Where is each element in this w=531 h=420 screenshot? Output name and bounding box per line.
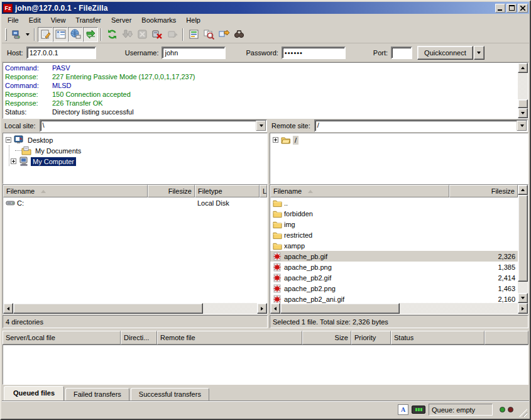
local-file-list: Filename Filesize Filetype L C: [3, 184, 268, 314]
scrollbar-thumb[interactable] [518, 195, 528, 282]
queue-column-remote-file[interactable]: Remote file [157, 331, 302, 345]
file-row[interactable]: xampp [270, 240, 518, 251]
file-row-c-drive[interactable]: C: Local Disk [3, 197, 267, 208]
toggle-message-log-button[interactable] [38, 27, 53, 42]
queue-column-server-local-file[interactable]: Server/Local file [3, 331, 121, 345]
host-label: Host: [7, 49, 23, 57]
quickconnect-dropdown[interactable] [474, 46, 484, 60]
scrollbar-thumb[interactable] [518, 99, 528, 108]
minimize-button[interactable] [495, 4, 505, 13]
log-vertical-scrollbar[interactable] [518, 63, 528, 118]
file-row[interactable]: forbidden [270, 208, 518, 219]
tree-item-desktop[interactable]: Desktop [4, 135, 267, 145]
queue-list[interactable] [3, 345, 528, 385]
scroll-right-button[interactable] [257, 303, 267, 314]
site-manager-dropdown[interactable] [24, 28, 31, 41]
site-manager-button[interactable] [9, 27, 24, 42]
menu-view[interactable]: View [46, 15, 71, 25]
remote-horizontal-scrollbar[interactable] [270, 303, 528, 314]
remote-site-dropdown[interactable] [517, 121, 527, 131]
synchronized-browsing-button[interactable] [216, 27, 231, 42]
my-documents-icon [21, 146, 31, 155]
column-header-filename[interactable]: Filename [3, 185, 148, 197]
file-row[interactable]: .. [270, 197, 518, 208]
process-queue-button[interactable] [119, 27, 134, 42]
host-input[interactable] [26, 47, 96, 59]
scroll-left-button[interactable] [3, 303, 13, 314]
maximize-button[interactable] [506, 4, 517, 13]
find-files-button[interactable] [231, 27, 246, 42]
scroll-up-button[interactable] [518, 185, 528, 195]
tree-item-my-documents[interactable]: My Documents [4, 145, 267, 156]
password-input[interactable] [282, 47, 346, 59]
scrollbar-thumb[interactable] [13, 303, 203, 314]
tree-item-root[interactable]: / [271, 135, 528, 145]
toggle-remote-tree-button[interactable] [68, 27, 83, 42]
resize-grip[interactable] [519, 409, 527, 417]
queue-column-status[interactable]: Status [391, 331, 484, 345]
menu-help[interactable]: Help [181, 15, 205, 25]
username-label: Username: [125, 49, 159, 57]
expander-plus-icon[interactable] [273, 137, 278, 143]
file-row[interactable]: apache_pb.png 1,385 [270, 262, 518, 272]
scroll-up-button[interactable] [518, 63, 528, 73]
column-header-filetype[interactable]: Filetype [195, 185, 260, 197]
queue-column-direction[interactable]: Directi... [121, 331, 157, 345]
scrollbar-track[interactable] [203, 303, 257, 314]
menu-bookmarks[interactable]: Bookmarks [136, 15, 181, 25]
tree-item-my-computer[interactable]: My Computer [4, 156, 267, 167]
titlebar[interactable]: Fz john@127.0.0.1 - FileZilla [2, 2, 529, 14]
scrollbar-track[interactable] [400, 303, 518, 314]
toggle-transfer-queue-button[interactable] [83, 27, 98, 42]
remote-site-combo[interactable]: / [314, 119, 528, 132]
local-site-dropdown[interactable] [256, 121, 266, 131]
transfer-type-ascii-icon[interactable]: A [398, 404, 408, 415]
speedlimit-indicator-icon[interactable] [412, 406, 425, 414]
remote-vertical-scrollbar[interactable] [518, 185, 528, 303]
file-row[interactable]: apache_pb2.gif 2,414 [270, 272, 518, 283]
scroll-down-button[interactable] [518, 108, 528, 118]
menu-transfer[interactable]: Transfer [70, 15, 106, 25]
refresh-button[interactable] [104, 27, 119, 42]
scrollbar-track[interactable] [518, 282, 528, 293]
tree-connector-line [9, 145, 9, 166]
menu-file[interactable]: File [3, 15, 24, 25]
filter-button[interactable] [186, 27, 201, 42]
menu-edit[interactable]: Edit [24, 15, 46, 25]
column-header-filesize[interactable]: Filesize [449, 185, 518, 197]
queue-header: Server/Local file Directi... Remote file… [3, 331, 528, 345]
scroll-down-button[interactable] [518, 293, 528, 303]
toolbar-grip [5, 28, 7, 41]
scroll-right-button[interactable] [518, 303, 528, 314]
column-header-filename[interactable]: Filename [270, 185, 449, 197]
quickconnect-button[interactable]: Quickconnect [417, 46, 473, 60]
queue-column-size[interactable]: Size [302, 331, 351, 345]
scrollbar-thumb[interactable] [280, 303, 400, 314]
directory-comparison-button[interactable] [201, 27, 216, 42]
tab-successful-transfers[interactable]: Successful transfers [131, 388, 209, 401]
username-input[interactable] [161, 47, 226, 59]
file-row[interactable]: img [270, 219, 518, 229]
toggle-local-tree-button[interactable] [53, 27, 68, 42]
menu-server[interactable]: Server [106, 15, 136, 25]
file-row[interactable]: apache_pb2_ani.gif 2,160 [270, 294, 518, 303]
file-row[interactable]: apache_pb2.png 1,463 [270, 283, 518, 294]
cancel-operation-button[interactable] [134, 27, 150, 42]
expander-plus-icon[interactable] [11, 158, 16, 164]
queue-column-priority[interactable]: Priority [351, 331, 391, 345]
file-row[interactable]: restricted [270, 229, 518, 240]
file-row-selected[interactable]: apache_pb.gif 2,326 [270, 251, 518, 262]
port-input[interactable] [391, 47, 412, 59]
column-header-lastmodified[interactable]: L [260, 185, 267, 197]
column-header-filesize[interactable]: Filesize [148, 185, 195, 197]
scroll-left-button[interactable] [270, 303, 280, 314]
close-button[interactable] [518, 4, 528, 13]
scrollbar-track[interactable] [518, 73, 528, 99]
reconnect-button[interactable] [165, 27, 180, 42]
local-site-combo[interactable]: \ [40, 119, 267, 132]
expander-minus-icon[interactable] [6, 137, 11, 143]
tab-failed-transfers[interactable]: Failed transfers [65, 388, 129, 401]
disconnect-button[interactable] [150, 27, 165, 42]
tab-queued-files[interactable]: Queued files [4, 386, 64, 401]
local-horizontal-scrollbar[interactable] [3, 303, 267, 314]
